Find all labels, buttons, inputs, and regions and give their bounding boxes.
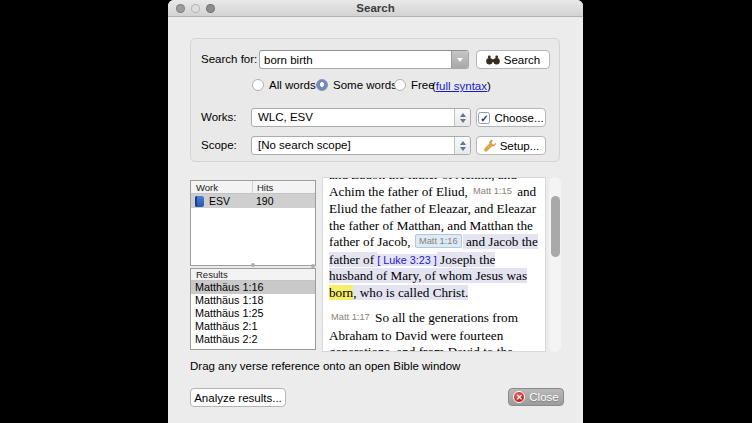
table-row[interactable]: ESV 190 — [191, 194, 315, 208]
scrollbar-thumb[interactable] — [551, 196, 560, 257]
drag-hint-text: Drag any verse reference onto an open Bi… — [190, 360, 460, 372]
binoculars-icon — [486, 55, 500, 65]
window-controls — [176, 4, 215, 13]
minimize-window-icon[interactable] — [191, 4, 200, 13]
works-popup[interactable]: WLC, ESV — [251, 108, 471, 127]
search-dialog: Search Search for: Search All wor — [168, 0, 583, 423]
radio-label: Some words — [333, 79, 397, 91]
setup-button[interactable]: Setup... — [476, 136, 546, 155]
popup-stepper-icon — [454, 137, 470, 154]
analyze-results-label: Analyze results... — [194, 392, 282, 404]
scope-label: Scope: — [201, 139, 237, 151]
close-window-icon[interactable] — [176, 4, 185, 13]
checkbox-icon: ✓ — [478, 112, 490, 124]
results-list: Results Matthäus 1:16 Matthäus 1:18 Matt… — [190, 268, 316, 350]
radio-free[interactable]: Free — [394, 79, 435, 91]
analyze-results-button[interactable]: Analyze results... — [190, 388, 286, 407]
search-for-label: Search for: — [201, 53, 257, 65]
preview-text: and Zadok the father of Achim, and Achim… — [329, 177, 542, 352]
hit-count: 190 — [256, 195, 274, 207]
column-divider — [252, 181, 253, 194]
verse-preview-pane[interactable]: and Zadok the father of Achim, and Achim… — [322, 177, 546, 352]
choose-button[interactable]: ✓ Choose... — [476, 108, 546, 127]
popup-stepper-icon — [454, 109, 470, 126]
list-item[interactable]: Matthäus 1:18 — [191, 294, 315, 307]
setup-button-label: Setup... — [500, 140, 540, 152]
window-title: Search — [168, 0, 583, 16]
chevron-down-icon — [457, 58, 463, 62]
hits-table-header: Work Hits — [191, 181, 315, 194]
works-label: Works: — [201, 111, 237, 123]
preview-paragraph-1: and Zadok the father of Achim, and Achim… — [329, 177, 542, 301]
choose-button-label: Choose... — [494, 112, 543, 124]
syntax-paren-close: ) — [487, 80, 491, 92]
column-hits: Hits — [257, 182, 273, 193]
close-badge-icon: ✕ — [513, 391, 525, 403]
search-input[interactable] — [264, 51, 444, 68]
hits-table: Work Hits ESV 190 — [190, 180, 316, 266]
works-value: WLC, ESV — [258, 111, 313, 123]
list-item[interactable]: Matthäus 2:1 — [191, 320, 315, 333]
book-icon — [195, 196, 204, 207]
search-options-panel: Search for: Search All words — [190, 38, 560, 162]
search-button-label: Search — [504, 54, 540, 66]
splitter-handle[interactable] — [251, 263, 255, 267]
list-item[interactable]: Matthäus 2:2 — [191, 333, 315, 346]
list-item[interactable]: Matthäus 1:16 — [191, 281, 315, 294]
close-button[interactable]: ✕ Close — [508, 388, 564, 406]
word-match-options: All words Some words Free (full syntax) — [191, 79, 559, 93]
scope-popup[interactable]: [No search scope] — [251, 136, 471, 155]
title-bar[interactable]: Search — [168, 0, 583, 17]
radio-selected-icon — [316, 79, 328, 91]
list-item[interactable]: Matthäus 1:25 — [191, 307, 315, 320]
search-button[interactable]: Search — [476, 50, 550, 69]
search-term-combo[interactable] — [259, 50, 469, 69]
column-work: Work — [196, 182, 218, 193]
full-syntax-link[interactable]: full syntax — [436, 80, 487, 92]
radio-icon — [252, 79, 264, 91]
preview-paragraph-2: Matt 1:17 So all the generations from Ab… — [329, 310, 542, 352]
search-history-dropdown[interactable] — [451, 51, 468, 68]
work-name: ESV — [209, 195, 230, 207]
radio-icon — [394, 79, 406, 91]
radio-some-words[interactable]: Some words — [316, 79, 397, 91]
results-header: Results — [191, 269, 315, 281]
scope-value: [No search scope] — [258, 139, 351, 151]
full-syntax-note: (full syntax) — [432, 80, 491, 92]
radio-label: All words — [269, 79, 316, 91]
radio-all-words[interactable]: All words — [252, 79, 316, 91]
wrench-icon — [483, 139, 496, 152]
preview-scrollbar[interactable] — [549, 177, 561, 352]
zoom-window-icon[interactable] — [206, 4, 215, 13]
close-button-label: Close — [529, 391, 558, 403]
